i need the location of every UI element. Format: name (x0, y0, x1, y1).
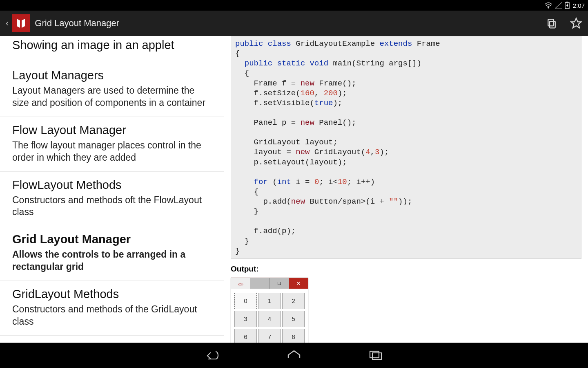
list-item-desc: Layout Managers are used to determine th… (12, 85, 212, 109)
topic-list: Showing an image in an applet Layout Man… (0, 36, 224, 343)
svg-point-0 (548, 7, 549, 8)
recents-nav-icon[interactable] (368, 349, 384, 361)
svg-rect-8 (548, 19, 554, 26)
content-area: Showing an image in an applet Layout Man… (0, 36, 588, 343)
star-icon[interactable] (570, 17, 582, 29)
back-nav-icon[interactable] (204, 349, 220, 361)
list-item-title: Layout Managers (12, 69, 212, 82)
grid-cell: 2 (282, 293, 305, 309)
svg-marker-4 (566, 3, 568, 8)
grid-cell: 5 (282, 311, 305, 327)
grid-cell: 3 (234, 311, 257, 327)
detail-pane: public class GridLayoutExample extends F… (224, 36, 588, 343)
svg-marker-6 (22, 19, 25, 28)
app-icon[interactable] (12, 14, 30, 32)
list-item-selected[interactable]: Grid Layout Manager Allows the controls … (0, 226, 224, 281)
list-item-title: Flow Layout Manager (12, 123, 212, 137)
grid-cell: 1 (258, 293, 281, 309)
output-grid: 0 1 2 3 4 5 6 7 8 9 (231, 289, 308, 343)
list-item-desc: Constructors and methods oft the FlowLay… (12, 194, 212, 219)
grid-cell: 0 (234, 293, 257, 309)
status-time: 2:07 (573, 2, 585, 9)
page-title: Grid Layout Manager (35, 18, 119, 29)
grid-cell: 4 (258, 311, 281, 327)
list-item-title: Showing an image in an applet (12, 38, 212, 52)
list-item[interactable]: Layout Managers Layout Managers are used… (0, 62, 224, 117)
svg-marker-1 (555, 2, 562, 9)
code-block: public class GridLayoutExample extends F… (231, 36, 581, 259)
svg-rect-7 (550, 21, 555, 28)
wifi-icon (544, 2, 552, 9)
java-icon (231, 278, 251, 289)
battery-charging-icon (565, 2, 570, 9)
svg-rect-3 (566, 2, 568, 2)
list-item-desc: The flow layout manager places control i… (12, 139, 212, 164)
svg-point-10 (238, 284, 242, 285)
list-item-title: GridLayout Methods (12, 287, 212, 301)
list-item-title: FlowLayout Methods (12, 178, 212, 192)
list-item[interactable]: Flow Layout Manager The flow layout mana… (0, 117, 224, 172)
copy-icon[interactable] (546, 17, 558, 29)
list-item-desc: Constructors and methods of the GridLayo… (12, 303, 212, 328)
grid-cell: 8 (282, 329, 305, 343)
output-titlebar: – ✕ (231, 278, 308, 289)
grid-cell: 7 (258, 329, 281, 343)
list-item-desc: Allows the controls to be arranged in a … (12, 249, 212, 273)
close-icon: ✕ (289, 278, 308, 289)
home-nav-icon[interactable] (286, 349, 302, 361)
back-icon[interactable]: ‹ (6, 18, 9, 29)
status-bar: 2:07 (0, 0, 588, 11)
nav-bar (0, 343, 588, 368)
list-item-title: Grid Layout Manager (12, 233, 212, 246)
signal-icon (555, 2, 562, 9)
svg-rect-11 (372, 353, 381, 359)
output-label: Output: (231, 265, 581, 274)
list-item[interactable]: FlowLayout Methods Constructors and meth… (0, 172, 224, 227)
action-bar: ‹ Grid Layout Manager (0, 11, 588, 36)
minimize-icon: – (251, 278, 270, 289)
grid-cell: 6 (234, 329, 257, 343)
output-window: – ✕ 0 1 2 3 4 5 6 7 8 9 (231, 278, 308, 343)
svg-rect-12 (370, 351, 379, 358)
svg-marker-9 (571, 18, 581, 28)
maximize-icon (270, 278, 289, 289)
list-item[interactable]: GridLayout Methods Constructors and meth… (0, 281, 224, 336)
svg-marker-5 (17, 19, 20, 28)
list-item[interactable]: Showing an image in an applet (0, 36, 224, 62)
